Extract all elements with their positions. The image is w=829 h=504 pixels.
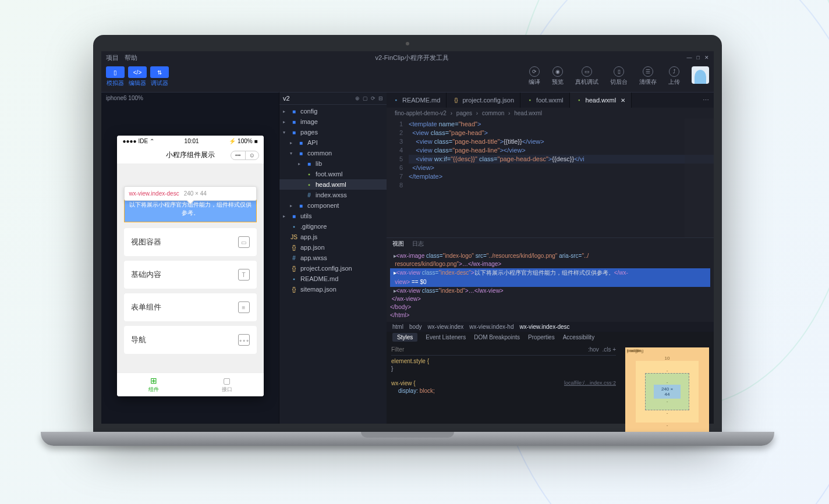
folder-node[interactable]: ▾■common — [279, 148, 387, 158]
crumb-segment[interactable]: fino-applet-demo-v2 — [395, 110, 447, 116]
screen-bezel: 项目 帮助 v2-FinClip小程序开发工具 — □ ✕ ▯ 模拟器 — [93, 35, 722, 432]
style-source[interactable]: localfile:/…index.css:2 — [564, 379, 616, 387]
mode-simulator[interactable]: ▯ 模拟器 — [106, 66, 125, 87]
devtools-subtab[interactable]: Accessibility — [563, 334, 594, 340]
devtools-tab-log[interactable]: 日志 — [412, 240, 424, 248]
dom-inspector[interactable]: ▸<wx-image class="index-logo" src="../re… — [387, 250, 714, 322]
list-item[interactable]: 导航∘∘∘ — [124, 326, 257, 354]
avatar[interactable] — [692, 66, 709, 84]
devtools-subtab[interactable]: DOM Breakpoints — [474, 334, 520, 340]
devtools-subtab[interactable]: Properties — [528, 334, 555, 340]
add-style-icon[interactable]: + — [612, 346, 616, 353]
menu-project[interactable]: 项目 — [106, 54, 119, 62]
list-item[interactable]: 视图容器▭ — [124, 228, 257, 256]
new-folder-icon[interactable]: ▢ — [363, 95, 368, 101]
folder-node[interactable]: ▸■utils — [279, 211, 387, 221]
code-line[interactable]: </view> — [409, 164, 714, 172]
code-line[interactable]: <view class="page-head-title">{{title}}<… — [409, 137, 714, 146]
dom-node[interactable]: ▸<wx-view class="index-bd">…</wx-view> — [390, 287, 710, 295]
dom-node[interactable]: ▸<wx-view class="index-desc">以下将展示小程序官方组… — [390, 268, 710, 278]
dom-node[interactable]: ▸<wx-image class="index-logo" src="../re… — [390, 252, 710, 260]
folder-node[interactable]: ▸■API — [279, 137, 387, 148]
file-node[interactable]: #app.wxss — [279, 253, 387, 263]
devtools-subtab[interactable]: Styles — [392, 333, 417, 342]
dom-node[interactable]: </body> — [390, 303, 710, 311]
file-node[interactable]: JSapp.js — [279, 232, 387, 242]
editor-tab[interactable]: {}project.config.json — [447, 93, 520, 108]
code-line[interactable]: <view class="page-head"> — [409, 129, 714, 137]
capsule-button[interactable]: •••⊙ — [231, 151, 258, 160]
editor-tab[interactable]: ▪README.md — [387, 93, 447, 108]
close-icon[interactable]: ✕ — [704, 55, 709, 61]
close-icon[interactable]: ✕ — [621, 97, 625, 104]
dom-node[interactable]: view> == $0 — [390, 278, 710, 287]
dom-node[interactable]: resources/kind/logo.png">…</wx-image> — [390, 260, 710, 268]
background-button[interactable]: ▯切后台 — [610, 66, 628, 86]
maximize-icon[interactable]: □ — [697, 55, 700, 61]
folder-node[interactable]: ▸■config — [279, 106, 387, 116]
styles-pane[interactable]: :hov .cls + element.style {}</span><div>… — [387, 343, 621, 424]
crumb-segment[interactable]: pages — [456, 110, 472, 116]
editor-tab[interactable]: ▪head.wxml✕ — [570, 93, 632, 108]
devtools-subtab[interactable]: Event Listeners — [426, 334, 466, 340]
style-rule[interactable]: localfile:/…index.css:2wx-view {display:… — [391, 378, 616, 396]
menu-help[interactable]: 帮助 — [125, 54, 137, 62]
file-node[interactable]: {}app.json — [279, 242, 387, 253]
remote-debug-button[interactable]: ▭真机调试 — [575, 66, 598, 86]
dom-crumb-segment[interactable]: wx-view.index — [428, 324, 464, 330]
dom-breadcrumb: htmlbodywx-view.indexwx-view.index-hdwx-… — [387, 322, 714, 332]
hov-toggle[interactable]: :hov — [588, 346, 599, 353]
upload-button[interactable]: ⤴上传 — [668, 66, 680, 86]
minimize-icon[interactable]: — — [687, 55, 692, 61]
cache-button[interactable]: ☰清缓存 — [639, 66, 657, 86]
file-node[interactable]: ▪foot.wxml — [279, 169, 387, 179]
box-content-size: 240 × 44 — [654, 385, 681, 399]
topbar: ▯ 模拟器 </> 编辑器 ⇅ 调试器 ⟳编译 ◉预览 ▭真机调试 — [101, 64, 714, 92]
code-line[interactable]: <view class="page-head-line"></view> — [409, 146, 714, 155]
mode-debugger[interactable]: ⇅ 调试器 — [150, 66, 169, 87]
crumb-segment[interactable]: head.wxml — [514, 110, 542, 116]
folder-icon: ■ — [297, 150, 304, 157]
crumb-segment[interactable]: common — [482, 110, 504, 116]
list-item[interactable]: 表单组件≡ — [124, 293, 257, 321]
devtools-tab-view[interactable]: 视图 — [392, 240, 404, 248]
collapse-icon[interactable]: ⊟ — [378, 95, 383, 101]
editor-tab[interactable]: ▪foot.wxml — [520, 93, 569, 108]
code-editor[interactable]: 12345678 <template name="head"> <view cl… — [387, 119, 714, 237]
file-node[interactable]: ▪.gitignore — [279, 221, 387, 232]
code-line[interactable]: <template name="head"> — [409, 120, 714, 129]
dom-crumb-segment[interactable]: wx-view.index-desc — [519, 324, 569, 330]
dom-crumb-segment[interactable]: html — [392, 324, 403, 330]
file-node[interactable]: ▪README.md — [279, 274, 387, 284]
md-icon: ▪ — [290, 223, 297, 230]
minimap[interactable] — [685, 119, 714, 237]
style-rule[interactable]: element.style {} — [391, 356, 616, 374]
compile-button[interactable]: ⟳编译 — [529, 66, 540, 86]
file-node[interactable]: {}project.config.json — [279, 263, 387, 274]
dom-node[interactable]: </wx-view> — [390, 295, 710, 303]
file-node[interactable]: {}sitemap.json — [279, 284, 387, 294]
cls-toggle[interactable]: .cls — [602, 346, 611, 353]
dom-crumb-segment[interactable]: body — [409, 324, 422, 330]
styles-filter-input[interactable] — [391, 346, 588, 353]
dom-node[interactable]: </html> — [390, 311, 710, 320]
new-file-icon[interactable]: ⊕ — [355, 95, 360, 101]
code-line[interactable]: <view wx:if="{{desc}}" class="page-head-… — [409, 155, 714, 164]
json-icon: {} — [290, 286, 297, 293]
tab-api[interactable]: ▢接口 — [190, 373, 264, 396]
folder-node[interactable]: ▸■image — [279, 116, 387, 127]
list-item[interactable]: 基础内容T — [124, 261, 257, 289]
folder-node[interactable]: ▾■pages — [279, 127, 387, 137]
preview-button[interactable]: ◉预览 — [552, 66, 564, 86]
mode-editor[interactable]: </> 编辑器 — [128, 66, 147, 87]
folder-node[interactable]: ▸■lib — [279, 158, 387, 169]
dom-crumb-segment[interactable]: wx-view.index-hd — [469, 324, 513, 330]
code-line[interactable]: </template> — [409, 172, 714, 181]
tab-more-icon[interactable]: ⋯ — [698, 97, 714, 104]
tab-component[interactable]: ⊞组件 — [117, 373, 190, 396]
tree-root[interactable]: v2 — [283, 95, 290, 102]
refresh-icon[interactable]: ⟳ — [371, 95, 375, 101]
folder-node[interactable]: ▸■component — [279, 200, 387, 211]
file-node[interactable]: #index.wxss — [279, 190, 387, 200]
file-node[interactable]: ▪head.wxml — [279, 179, 387, 190]
